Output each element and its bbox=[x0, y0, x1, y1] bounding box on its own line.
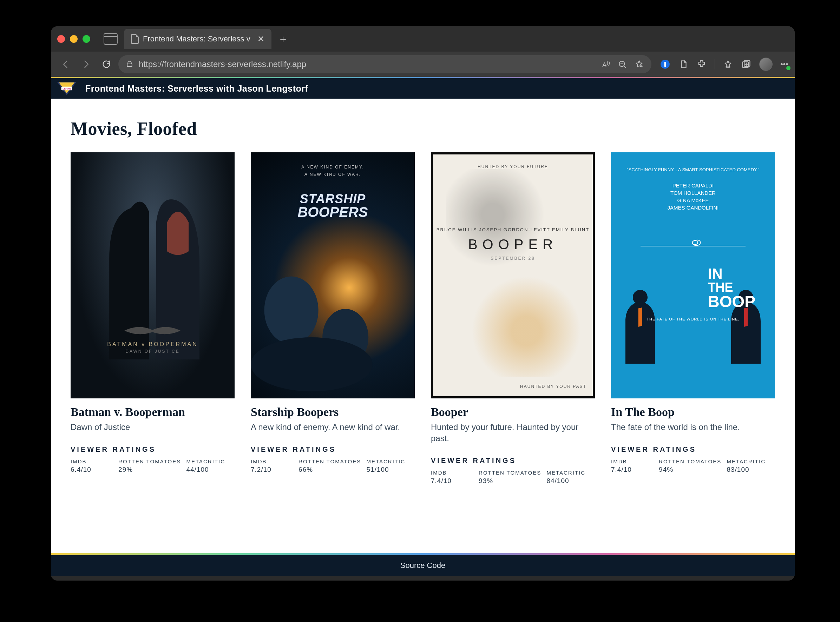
movie-card: "SCATHINGLY FUNNY... A SMART SOPHISTICAT… bbox=[611, 152, 775, 485]
rating-value-rt: 66% bbox=[298, 466, 363, 474]
movie-poster[interactable]: A NEW KIND OF ENEMY. A NEW KIND OF WAR. … bbox=[251, 152, 415, 398]
ratings-row: IMDB ROTTEN TOMATOES METACRITIC 7.4/10 9… bbox=[431, 470, 595, 485]
poster-date: SEPTEMBER 28 bbox=[433, 256, 593, 261]
poster-title-line: IN bbox=[708, 265, 755, 282]
rating-label-imdb: IMDB bbox=[70, 459, 115, 464]
site-title: Frontend Masters: Serverless with Jason … bbox=[86, 84, 308, 94]
onepassword-icon[interactable] bbox=[660, 59, 670, 70]
rating-label-mc: METACRITIC bbox=[186, 459, 235, 464]
favorite-icon[interactable] bbox=[635, 59, 644, 69]
reload-button[interactable] bbox=[98, 56, 115, 73]
movie-title: In The Boop bbox=[611, 406, 775, 419]
rating-value-mc: 84/100 bbox=[547, 477, 595, 485]
movie-poster[interactable]: HUNTED BY YOUR FUTURE BRUCE WILLIS JOSEP… bbox=[431, 152, 595, 398]
favorites-icon[interactable] bbox=[723, 59, 733, 70]
rating-label-mc: METACRITIC bbox=[727, 459, 775, 464]
url-field[interactable]: https://frontendmasters-serverless.netli… bbox=[118, 55, 651, 73]
poster-tag: HUNTED BY YOUR FUTURE bbox=[433, 164, 593, 169]
profile-avatar[interactable] bbox=[759, 58, 773, 71]
more-menu-button[interactable]: ••• bbox=[780, 59, 788, 69]
poster-cast: BRUCE WILLIS JOSEPH GORDON-LEVITT EMILY … bbox=[433, 227, 593, 232]
page-icon bbox=[131, 34, 139, 44]
rating-label-imdb: IMDB bbox=[251, 459, 295, 464]
window-minimize-button[interactable] bbox=[70, 35, 78, 43]
scribble-icon bbox=[690, 236, 703, 249]
poster-cast: PETER CAPALDI TOM HOLLANDER GINA McKEE J… bbox=[611, 182, 775, 211]
zoom-out-icon[interactable] bbox=[618, 59, 627, 69]
rating-value-mc: 51/100 bbox=[366, 466, 415, 474]
rating-label-imdb: IMDB bbox=[611, 459, 655, 464]
movie-tagline: Hunted by your future. Haunted by your p… bbox=[431, 422, 595, 444]
movie-title: Starship Boopers bbox=[251, 406, 415, 419]
svg-point-9 bbox=[264, 277, 319, 345]
ratings-heading: VIEWER RATINGS bbox=[431, 457, 595, 465]
close-tab-button[interactable]: ✕ bbox=[257, 34, 264, 44]
rating-value-imdb: 7.4/10 bbox=[431, 477, 475, 485]
tab-title: Frontend Masters: Serverless v bbox=[143, 34, 250, 44]
poster-tag: HAUNTED BY YOUR PAST bbox=[520, 384, 586, 389]
site-footer: Source Code bbox=[51, 555, 795, 576]
movie-poster[interactable]: BATMAN v BOOPERMAN DAWN OF JUSTICE bbox=[70, 152, 235, 398]
movie-tagline: The fate of the world is on the line. bbox=[611, 422, 775, 433]
poster-title-line: BOOP bbox=[708, 292, 755, 311]
movie-tagline: Dawn of Justice bbox=[70, 422, 235, 433]
movie-card: BATMAN v BOOPERMAN DAWN OF JUSTICE Batma… bbox=[70, 152, 235, 485]
movie-title: Batman v. Booperman bbox=[70, 406, 235, 419]
collections-icon[interactable] bbox=[741, 59, 751, 70]
document-icon[interactable] bbox=[678, 59, 689, 70]
movie-tagline: A new kind of enemy. A new kind of war. bbox=[251, 422, 415, 433]
browser-tab[interactable]: Frontend Masters: Serverless v ✕ bbox=[124, 29, 272, 49]
window-close-button[interactable] bbox=[57, 35, 65, 43]
rating-label-rt: ROTTEN TOMATOES bbox=[298, 459, 363, 464]
movie-grid: BATMAN v BOOPERMAN DAWN OF JUSTICE Batma… bbox=[70, 152, 775, 485]
ratings-row: IMDB ROTTEN TOMATOES METACRITIC 7.4/10 9… bbox=[611, 459, 775, 474]
svg-point-11 bbox=[251, 337, 373, 391]
rating-value-rt: 93% bbox=[479, 477, 543, 485]
rating-label-mc: METACRITIC bbox=[547, 470, 595, 476]
toolbar-divider bbox=[715, 59, 715, 70]
poster-title: IN THE BOOP bbox=[708, 265, 755, 311]
rating-value-mc: 44/100 bbox=[186, 466, 235, 474]
rating-label-rt: ROTTEN TOMATOES bbox=[479, 470, 543, 476]
movie-card: A NEW KIND OF ENEMY. A NEW KIND OF WAR. … bbox=[251, 152, 415, 485]
site-logo[interactable]: LEARN bbox=[55, 80, 79, 97]
svg-text:LEARN: LEARN bbox=[63, 87, 71, 90]
new-tab-button[interactable]: ＋ bbox=[278, 32, 288, 46]
rating-label-imdb: IMDB bbox=[431, 470, 475, 476]
read-aloud-icon[interactable]: A)) bbox=[602, 59, 610, 69]
poster-subtitle: THE FATE OF THE WORLD IS ON THE LINE. bbox=[611, 317, 775, 321]
rating-value-rt: 29% bbox=[118, 466, 183, 474]
main-content: Movies, Floofed BATMAN v BOOPERMAN bbox=[51, 99, 795, 495]
site-header: LEARN Frontend Masters: Serverless with … bbox=[51, 77, 795, 99]
window-maximize-button[interactable] bbox=[82, 35, 90, 43]
poster-art bbox=[621, 290, 660, 364]
sidebar-toggle-icon[interactable] bbox=[104, 33, 118, 45]
forward-button[interactable] bbox=[78, 56, 95, 73]
poster-title-line: BOOPERS bbox=[251, 204, 415, 220]
poster-title: BOOPER bbox=[433, 236, 593, 252]
ratings-heading: VIEWER RATINGS bbox=[611, 445, 775, 454]
movie-poster[interactable]: "SCATHINGLY FUNNY... A SMART SOPHISTICAT… bbox=[611, 152, 775, 398]
rating-label-rt: ROTTEN TOMATOES bbox=[659, 459, 723, 464]
rating-label-rt: ROTTEN TOMATOES bbox=[118, 459, 183, 464]
rating-value-imdb: 6.4/10 bbox=[70, 466, 115, 474]
rating-label-mc: METACRITIC bbox=[366, 459, 415, 464]
poster-subtitle: DAWN OF JUSTICE bbox=[70, 349, 235, 354]
batman-logo-icon bbox=[103, 324, 202, 338]
browser-window: Frontend Masters: Serverless v ✕ ＋ https… bbox=[51, 26, 795, 581]
ratings-heading: VIEWER RATINGS bbox=[70, 445, 235, 454]
source-code-link[interactable]: Source Code bbox=[400, 561, 445, 570]
url-actions: A)) bbox=[602, 59, 644, 69]
lock-icon bbox=[126, 60, 133, 69]
rating-value-imdb: 7.2/10 bbox=[251, 466, 295, 474]
poster-art bbox=[251, 263, 386, 398]
rating-value-mc: 83/100 bbox=[727, 466, 775, 474]
poster-tag: A NEW KIND OF WAR. bbox=[251, 172, 415, 177]
movie-title: Booper bbox=[431, 406, 595, 419]
poster-title: BATMAN v BOOPERMAN bbox=[70, 341, 235, 348]
tab-bar: Frontend Masters: Serverless v ✕ ＋ bbox=[51, 26, 795, 52]
rating-value-imdb: 7.4/10 bbox=[611, 466, 655, 474]
back-button[interactable] bbox=[57, 56, 74, 73]
extensions-icon[interactable] bbox=[696, 59, 707, 70]
poster-quote: "SCATHINGLY FUNNY... A SMART SOPHISTICAT… bbox=[611, 167, 775, 172]
